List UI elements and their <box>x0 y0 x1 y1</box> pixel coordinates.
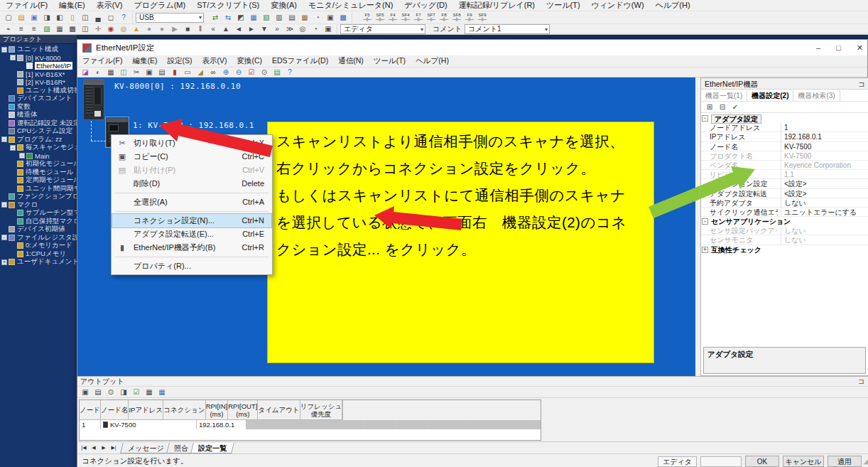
find-icon[interactable]: ⊙ <box>105 387 116 397</box>
menu-item[interactable]: 変換(C) <box>232 56 267 66</box>
property-row[interactable]: アダプタ設定転送 <設定> <box>701 189 868 198</box>
context-menu-item[interactable] <box>115 193 268 193</box>
cancel-button[interactable]: キャンセル <box>783 456 824 467</box>
close-button[interactable]: ✕ <box>857 43 863 53</box>
tree-item[interactable]: - [0] KV-8000 <box>0 54 77 63</box>
property-value[interactable]: しない <box>781 226 868 235</box>
tree-expander[interactable]: - <box>1 136 7 142</box>
kv-8000-device-icon[interactable] <box>83 79 104 120</box>
table-header-cell[interactable]: ノード名 <box>101 400 129 420</box>
context-menu-item[interactable]: コネクション設定(N)... Ctrl+N <box>112 214 271 227</box>
send-icon[interactable]: ◫ <box>80 13 91 23</box>
fkey-button[interactable]: SF4 ⊣⊢ <box>400 13 411 23</box>
property-value[interactable]: 192.168.0.1 <box>781 132 868 141</box>
context-menu-item[interactable]: アダプタ設定転送(E)... Ctrl+E <box>112 227 271 241</box>
grid-view-icon[interactable]: ▦ <box>54 24 65 34</box>
mnemonic-icon[interactable]: ▩ <box>67 24 78 34</box>
pc-to-plc-icon[interactable]: ⇄ <box>210 13 221 23</box>
plc-to-pc-icon[interactable]: ⇆ <box>222 13 234 23</box>
import-icon[interactable]: ◧ <box>54 13 65 23</box>
check-write-icon[interactable]: ☑ <box>131 387 142 397</box>
apply-button[interactable]: 適用 <box>828 456 862 467</box>
play-icon[interactable]: ▶ <box>169 24 180 34</box>
fkey-button[interactable]: SF8 ⊣⊢ <box>451 13 462 23</box>
tab-nav-button[interactable]: ◀ <box>89 445 99 451</box>
tree-expander[interactable]: + <box>1 259 7 265</box>
property-value[interactable]: 1.1 <box>781 170 868 179</box>
grid-icon[interactable]: ▦ <box>156 387 168 397</box>
record-icon[interactable]: ● <box>143 24 155 34</box>
property-value[interactable]: Keyence Corporation <box>781 161 868 170</box>
scan-list-icon[interactable]: ▦ <box>105 68 116 77</box>
menu-item[interactable]: 通信(N) <box>333 56 369 66</box>
edit-settings-icon[interactable]: ✔ <box>729 102 741 112</box>
menu-item[interactable]: 設定(S) <box>162 56 197 66</box>
paste-icon[interactable]: ▤ <box>156 68 168 77</box>
device-panel-tab[interactable]: 機器検索(3) <box>793 90 840 101</box>
property-row[interactable]: コネクション設定 <設定> <box>701 179 868 188</box>
list-view-icon[interactable]: ≡ <box>16 24 27 34</box>
table-header-cell[interactable]: リフレッシュ優先度 <box>300 400 342 420</box>
eraser-icon[interactable]: ◢ <box>195 68 206 77</box>
table-header-cell[interactable] <box>342 400 343 420</box>
menu-item[interactable]: ツール(T) <box>541 0 586 11</box>
simulator-icon[interactable]: ▧ <box>261 13 272 23</box>
capture-icon[interactable]: ▣ <box>325 13 336 23</box>
hand-tool-icon[interactable]: ✛ <box>92 24 104 34</box>
search-icon[interactable]: ⊙ <box>259 68 270 77</box>
pin-icon[interactable]: ⊐ <box>859 377 864 387</box>
monitor-toggle-icon[interactable]: ◉ <box>105 24 116 34</box>
menu-item[interactable]: 運転記録/リプレイ(R) <box>453 0 541 11</box>
step-right-icon[interactable]: ► <box>246 24 257 34</box>
menu-item[interactable]: 表示(V) <box>91 0 129 11</box>
stopwatch-icon[interactable]: ◔ <box>310 24 321 34</box>
tab-nav-button[interactable]: |◀ <box>79 445 89 451</box>
menu-item[interactable]: 表示(V) <box>197 56 232 66</box>
tree-expander[interactable]: - <box>10 145 16 151</box>
tree-item[interactable]: デバイスコメント <box>0 95 77 103</box>
tab-nav-button[interactable]: ▶| <box>109 445 119 451</box>
property-value[interactable]: <設定> <box>781 179 868 188</box>
step-down-icon[interactable]: ▼ <box>259 24 270 34</box>
scan-list-canvas[interactable]: KV-8000[0] : 192.168.0.10 1: KV-7500 : 1… <box>77 77 695 376</box>
menu-item[interactable]: モニタ/シミュレータ(N) <box>303 0 398 11</box>
menu-item[interactable]: プログラム(M) <box>128 0 191 11</box>
cut-icon[interactable]: ✂ <box>131 68 142 77</box>
print-icon[interactable]: ▄ <box>92 13 104 23</box>
fkey-button[interactable]: F7 ⊣⊢ <box>413 13 424 23</box>
fkey-button[interactable]: F8 ⊣⊢ <box>438 13 450 23</box>
menu-item[interactable]: ファイル(F) <box>0 0 53 11</box>
help-icon[interactable]: ? <box>118 13 129 23</box>
collapse-all-icon[interactable]: ⊟ <box>717 102 728 112</box>
protect-icon[interactable]: ▯ <box>67 13 78 23</box>
property-value[interactable]: <設定> <box>781 189 868 198</box>
property-row[interactable]: - アダプタ設定 <box>701 114 868 123</box>
property-row[interactable]: IPアドレス 192.168.0.1 <box>701 132 868 141</box>
editor-combo[interactable]: エディタ ▾ <box>340 24 425 34</box>
menu-item[interactable]: EDSファイル(D) <box>267 56 333 66</box>
group-expander[interactable]: - <box>702 218 708 225</box>
fkey-button[interactable]: F5 ⊣⊢ <box>362 13 373 23</box>
property-row[interactable]: + 互換性チェック <box>701 245 868 254</box>
table-header-cell[interactable]: ノード <box>80 400 101 420</box>
device-panel-tab[interactable]: 機器一覧(1) <box>701 90 747 101</box>
zoom-in-icon[interactable]: ⊕ <box>220 68 232 77</box>
comment-combo[interactable]: コメント1 ▾ <box>465 24 550 34</box>
screenshot-icon[interactable]: ▣ <box>322 24 334 34</box>
step-up-icon[interactable]: ▲ <box>220 24 232 34</box>
device-panel-tab[interactable]: 機器設定(2) <box>747 90 793 101</box>
setting-list-icon[interactable]: ▤ <box>271 68 283 77</box>
pause-target-icon[interactable]: ◎ <box>297 24 308 34</box>
stop-icon[interactable]: ■ <box>182 24 193 34</box>
continue-icon[interactable]: ≫ <box>284 24 295 34</box>
menu-item[interactable]: デバッグ(D) <box>398 0 452 11</box>
minimize-button[interactable]: – <box>816 43 820 52</box>
table-header-cell[interactable]: IPアドレス <box>129 400 163 420</box>
output-tab[interactable]: メッセージ <box>120 443 172 453</box>
frame-edit-icon[interactable]: ▭ <box>182 68 193 77</box>
tree-item[interactable]: - ユニット構成 <box>0 45 77 54</box>
property-row[interactable]: プロダクト名 KV-7500 <box>701 151 868 161</box>
tree-item[interactable]: + ユーザドキュメント <box>0 258 77 267</box>
ok-button[interactable]: OK <box>745 456 779 467</box>
table-header-cell[interactable]: コネクション <box>163 400 205 420</box>
